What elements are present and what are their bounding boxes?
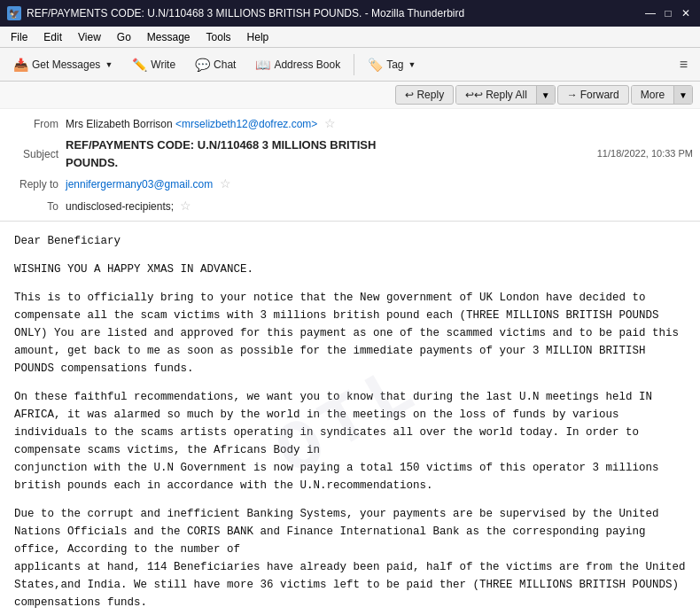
more-label: More [641,89,665,101]
reply-to-row: Reply to jennifergermany03@gmail.com ☆ [7,173,693,195]
from-row: From Mrs Elizabeth Borrison <mrselizbeth… [7,113,693,135]
reply-all-main[interactable]: ↩↩ Reply All [456,86,536,104]
subject-value: REF/PAYMENTS CODE: U.N/110468 3 MILLIONS… [66,136,379,171]
from-value: Mrs Elizabeth Borrison <mrselizbeth12@do… [66,114,693,133]
chat-label: Chat [214,58,236,71]
body-paragraph-1: Dear Beneficiary [14,232,686,250]
more-main[interactable]: More [632,86,673,104]
from-label: From [7,116,58,132]
reply-to-address[interactable]: jennifergermany03@gmail.com [66,178,213,191]
email-fields: From Mrs Elizabeth Borrison <mrselizbeth… [0,109,700,221]
from-email[interactable]: <mrselizbeth12@dofrez.com> [175,118,317,130]
reply-all-label: Reply All [486,89,527,101]
reply-to-value: jennifergermany03@gmail.com ☆ [66,175,693,193]
title-bar: 🦅 REF/PAYMENTS CODE: U.N/110468 3 MILLIO… [0,0,700,27]
forward-icon: → [567,89,578,101]
write-button[interactable]: ✏️ Write [124,54,183,75]
chat-button[interactable]: 💬 Chat [187,54,244,75]
to-star-icon[interactable]: ☆ [180,199,191,213]
get-messages-button[interactable]: 📥 Get Messages ▼ [5,54,121,75]
more-dropdown[interactable]: ▼ [673,86,692,104]
menu-bar: File Edit View Go Message Tools Help [0,27,700,48]
reply-icon: ↩ [405,89,414,101]
menu-tools[interactable]: Tools [199,29,238,45]
forward-label: Forward [580,89,619,101]
email-header: ↩ Reply ↩↩ Reply All ▼ → Forward More ▼ … [0,82,700,222]
toolbar: 📥 Get Messages ▼ ✏️ Write 💬 Chat 📖 Addre… [0,48,700,82]
get-messages-dropdown-icon: ▼ [105,60,113,69]
window-title: REF/PAYMENTS CODE: U.N/110468 3 MILLIONS… [27,7,464,19]
app-icon: 🦅 [7,6,21,20]
menu-edit[interactable]: Edit [36,29,69,45]
body-paragraph-4: On these faithful recommendations, we wa… [14,388,686,494]
subject-row: Subject REF/PAYMENTS CODE: U.N/110468 3 … [7,135,693,173]
close-button[interactable]: ✕ [679,6,693,20]
email-action-bar: ↩ Reply ↩↩ Reply All ▼ → Forward More ▼ [0,82,700,109]
body-paragraph-3: This is to officially bring to your noti… [14,289,686,378]
minimize-button[interactable]: — [643,6,657,20]
to-row: To undisclosed-recipients; ☆ [7,195,693,217]
reply-all-icon: ↩↩ [465,89,483,101]
write-icon: ✏️ [132,58,147,72]
more-button[interactable]: More ▼ [631,85,693,105]
tag-label: Tag [386,58,403,71]
tag-button[interactable]: 🏷️ Tag ▼ [360,54,424,75]
reply-all-button[interactable]: ↩↩ Reply All ▼ [455,85,556,105]
forward-button[interactable]: → Forward [557,85,629,105]
tag-icon: 🏷️ [368,58,383,72]
maximize-button[interactable]: □ [661,6,675,20]
address-book-button[interactable]: 📖 Address Book [247,54,348,75]
window-controls: — □ ✕ [643,6,693,20]
to-value: undisclosed-recipients; ☆ [66,197,693,215]
menu-message[interactable]: Message [140,29,198,45]
address-book-icon: 📖 [255,58,270,72]
body-paragraph-5: Due to the corrupt and inefficient Banki… [14,505,686,611]
reply-button[interactable]: ↩ Reply [395,85,454,105]
address-book-label: Address Book [274,58,340,71]
get-messages-label: Get Messages [32,58,100,71]
menu-view[interactable]: View [71,29,108,45]
from-name: Mrs Elizabeth Borrison [66,118,173,130]
reply-to-label: Reply to [7,176,58,192]
hamburger-menu-button[interactable]: ≡ [673,54,695,75]
reply-label: Reply [416,89,444,101]
to-address[interactable]: undisclosed-recipients; [66,200,174,213]
toolbar-separator [354,54,354,75]
reply-to-star-icon[interactable]: ☆ [220,176,231,191]
body-paragraph-2: WISHING YOU A HAPPY XMAS IN ADVANCE. [14,261,686,278]
get-messages-icon: 📥 [13,58,28,72]
chat-icon: 💬 [195,58,210,72]
menu-go[interactable]: Go [110,29,138,45]
reply-all-dropdown[interactable]: ▼ [536,86,555,104]
write-label: Write [151,58,175,71]
to-label: To [7,199,58,214]
email-body: OTL Dear Beneficiary WISHING YOU A HAPPY… [0,222,700,615]
date-value: 11/18/2022, 10:33 PM [379,146,693,161]
subject-label: Subject [7,146,58,162]
from-star-icon[interactable]: ☆ [324,116,336,130]
menu-file[interactable]: File [4,29,35,45]
tag-dropdown-icon: ▼ [408,60,416,69]
menu-help[interactable]: Help [240,29,276,45]
